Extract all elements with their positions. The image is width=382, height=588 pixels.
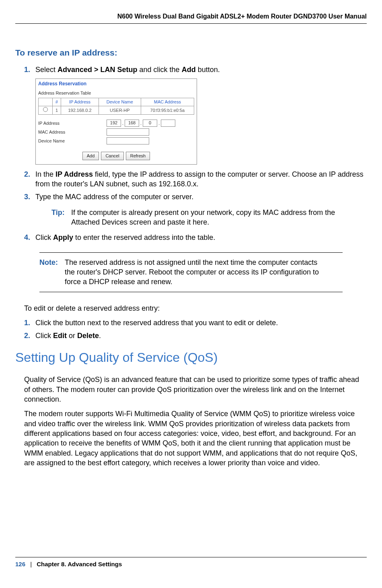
step-text: button. <box>196 66 220 74</box>
step-number: 3. <box>24 192 30 202</box>
step-text-bold: IP Address <box>55 170 93 178</box>
tip-text: If the computer is already present on yo… <box>71 208 337 227</box>
qos-paragraph-2: The modem router supports Wi-Fi Multimed… <box>24 409 367 468</box>
step-text: Click the button next to the reserved ad… <box>35 319 278 327</box>
edit-delete-intro: To edit or delete a reserved address ent… <box>24 303 367 313</box>
step-text: Select <box>35 66 58 74</box>
step-text: to enter the reserved address into the t… <box>73 233 215 241</box>
col-select <box>39 98 53 106</box>
add-button[interactable]: Add <box>82 152 99 160</box>
step-1: 1. Select Advanced > LAN Setup and click… <box>24 65 367 165</box>
device-name-label: Device Name <box>38 138 107 144</box>
step-text: Type the MAC address of the computer or … <box>35 193 193 201</box>
page-footer: 126 | Chapter 8. Advanced Settings <box>15 557 367 567</box>
section-title-reserve-ip: To reserve an IP address: <box>15 48 367 58</box>
ip-octet-3[interactable]: 0 <box>143 120 157 127</box>
step-number: 2. <box>24 331 30 340</box>
step-number: 4. <box>24 233 30 242</box>
col-num: # <box>53 98 61 106</box>
step-text-bold: Apply <box>53 233 73 241</box>
step-2: 2. In the IP Address field, type the IP … <box>24 169 367 189</box>
footer-separator: | <box>30 561 32 567</box>
address-reservation-screenshot: Address Reservation Address Reservation … <box>35 78 197 165</box>
step-text-bold: Advanced > LAN Setup <box>58 66 138 74</box>
reservation-form: IP Address 192. 168. 0. MAC Address Devi… <box>36 115 197 149</box>
table-row: 1 192.168.0.2 USER-HP 70:f3:95:b1:e0:5a <box>39 106 194 115</box>
note-label: Note: <box>39 258 63 267</box>
step-3: 3. Type the MAC address of the computer … <box>24 192 367 227</box>
cell-device: USER-HP <box>99 106 141 115</box>
ip-octet-2[interactable]: 168 <box>125 120 139 127</box>
chapter-label: Chapter 8. Advanced Settings <box>37 561 122 567</box>
step-text: Click <box>35 332 53 340</box>
ip-octet-4[interactable] <box>161 120 175 127</box>
step-text: or <box>67 332 77 340</box>
step-number: 2. <box>24 169 30 179</box>
step-text: and click the <box>138 66 182 74</box>
steps-reserve-ip: 1. Select Advanced > LAN Setup and click… <box>24 65 367 243</box>
step-1: 1. Click the button next to the reserved… <box>24 318 367 328</box>
cell-mac: 70:f3:95:b1:e0:5a <box>141 106 194 115</box>
step-text-bold: Edit <box>53 332 67 340</box>
step-text: Click <box>35 233 53 241</box>
step-text-bold: Add <box>182 66 196 74</box>
mac-address-input[interactable] <box>107 128 149 136</box>
col-mac: MAC Address <box>141 98 194 106</box>
step-text: In the <box>35 170 55 178</box>
qos-paragraph-1: Quality of Service (QoS) is an advanced … <box>24 375 367 404</box>
address-reservation-table: # IP Address Device Name MAC Address 1 1… <box>38 98 194 115</box>
page-number: 126 <box>15 561 25 567</box>
screenshot-subtitle: Address Reservation Table <box>36 88 197 98</box>
cancel-button[interactable]: Cancel <box>101 152 123 160</box>
cell-num: 1 <box>53 106 61 115</box>
refresh-button[interactable]: Refresh <box>126 152 150 160</box>
screenshot-title: Address Reservation <box>36 79 197 88</box>
note-block: Note: The reserved address is not assign… <box>39 252 343 292</box>
col-device: Device Name <box>99 98 141 106</box>
device-name-input[interactable] <box>107 137 149 144</box>
step-4: 4. Click Apply to enter the reserved add… <box>24 233 367 242</box>
step-text-bold: Delete <box>77 332 99 340</box>
tip-label: Tip: <box>51 208 69 217</box>
step-text: . <box>99 332 101 340</box>
mac-address-label: MAC Address <box>38 129 107 135</box>
cell-ip: 192.168.0.2 <box>61 106 99 115</box>
step-number: 1. <box>24 65 30 74</box>
row-radio[interactable] <box>43 107 48 112</box>
col-ip: IP Address <box>61 98 99 106</box>
step-2: 2. Click Edit or Delete. <box>24 331 367 340</box>
heading-qos: Setting Up Quality of Service (QoS) <box>15 350 367 365</box>
step-number: 1. <box>24 318 30 328</box>
tip-block: Tip: If the computer is already present … <box>51 208 367 227</box>
steps-edit-delete: 1. Click the button next to the reserved… <box>24 318 367 341</box>
ip-octet-1[interactable]: 192 <box>107 120 121 127</box>
note-text: The reserved address is not assigned unt… <box>65 258 322 287</box>
ip-address-label: IP Address <box>38 120 107 126</box>
document-header: N600 Wireless Dual Band Gigabit ADSL2+ M… <box>15 13 367 24</box>
